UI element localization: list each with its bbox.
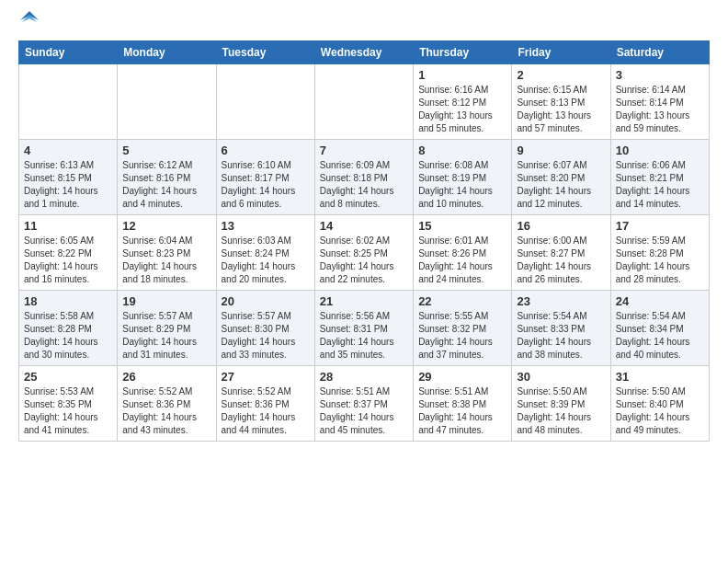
calendar-day-cell: 29Sunrise: 5:51 AMSunset: 8:38 PMDayligh… <box>414 365 512 441</box>
calendar-day-cell: 18Sunrise: 5:58 AMSunset: 8:28 PMDayligh… <box>19 290 118 365</box>
calendar-day-cell: 22Sunrise: 5:55 AMSunset: 8:32 PMDayligh… <box>414 290 512 365</box>
calendar-day-cell: 19Sunrise: 5:57 AMSunset: 8:29 PMDayligh… <box>118 290 216 365</box>
day-number: 12 <box>122 219 210 233</box>
day-info: Sunrise: 6:09 AMSunset: 8:18 PMDaylight:… <box>320 159 408 211</box>
day-info: Sunrise: 6:05 AMSunset: 8:22 PMDaylight:… <box>24 235 112 286</box>
day-number: 2 <box>517 68 605 82</box>
day-info: Sunrise: 6:03 AMSunset: 8:24 PMDaylight:… <box>222 235 310 286</box>
day-number: 1 <box>418 68 506 82</box>
day-of-week-header: Thursday <box>414 40 512 63</box>
day-number: 27 <box>222 370 310 384</box>
day-of-week-header: Wednesday <box>314 40 413 63</box>
day-number: 19 <box>122 294 210 308</box>
day-info: Sunrise: 5:56 AMSunset: 8:31 PMDaylight:… <box>320 310 408 362</box>
day-number: 26 <box>122 370 210 384</box>
day-info: Sunrise: 6:02 AMSunset: 8:25 PMDaylight:… <box>320 235 408 286</box>
day-info: Sunrise: 5:51 AMSunset: 8:37 PMDaylight:… <box>320 385 408 437</box>
calendar-day-cell <box>216 63 314 139</box>
day-number: 20 <box>222 294 310 308</box>
logo <box>18 15 39 33</box>
day-info: Sunrise: 6:13 AMSunset: 8:15 PMDaylight:… <box>24 159 112 211</box>
svg-marker-1 <box>22 15 37 22</box>
calendar-week-row: 11Sunrise: 6:05 AMSunset: 8:22 PMDayligh… <box>19 214 710 290</box>
day-info: Sunrise: 6:07 AMSunset: 8:20 PMDaylight:… <box>517 159 605 211</box>
calendar-day-cell: 31Sunrise: 5:50 AMSunset: 8:40 PMDayligh… <box>610 365 709 441</box>
day-of-week-header: Friday <box>512 40 610 63</box>
calendar-week-row: 18Sunrise: 5:58 AMSunset: 8:28 PMDayligh… <box>19 290 710 365</box>
day-number: 5 <box>122 144 210 157</box>
calendar-day-cell: 28Sunrise: 5:51 AMSunset: 8:37 PMDayligh… <box>314 365 413 441</box>
calendar-day-cell: 12Sunrise: 6:04 AMSunset: 8:23 PMDayligh… <box>118 214 216 290</box>
calendar-week-row: 1Sunrise: 6:16 AMSunset: 8:12 PMDaylight… <box>19 63 710 139</box>
day-number: 13 <box>222 219 310 233</box>
calendar-day-cell <box>19 63 118 139</box>
calendar-day-cell: 20Sunrise: 5:57 AMSunset: 8:30 PMDayligh… <box>216 290 314 365</box>
day-number: 9 <box>517 144 605 157</box>
calendar-day-cell <box>314 63 413 139</box>
calendar-week-row: 25Sunrise: 5:53 AMSunset: 8:35 PMDayligh… <box>19 365 710 441</box>
day-number: 21 <box>320 294 408 308</box>
calendar-day-cell: 1Sunrise: 6:16 AMSunset: 8:12 PMDaylight… <box>414 63 512 139</box>
day-number: 8 <box>418 144 506 157</box>
calendar-day-cell: 9Sunrise: 6:07 AMSunset: 8:20 PMDaylight… <box>512 139 610 214</box>
day-number: 22 <box>418 294 506 308</box>
calendar-day-cell: 23Sunrise: 5:54 AMSunset: 8:33 PMDayligh… <box>512 290 610 365</box>
calendar-day-cell: 25Sunrise: 5:53 AMSunset: 8:35 PMDayligh… <box>19 365 118 441</box>
day-info: Sunrise: 6:12 AMSunset: 8:16 PMDaylight:… <box>122 159 210 211</box>
day-info: Sunrise: 5:55 AMSunset: 8:32 PMDaylight:… <box>418 310 506 362</box>
day-info: Sunrise: 5:53 AMSunset: 8:35 PMDaylight:… <box>24 385 112 437</box>
calendar-day-cell: 8Sunrise: 6:08 AMSunset: 8:19 PMDaylight… <box>414 139 512 214</box>
day-number: 4 <box>24 144 112 157</box>
day-info: Sunrise: 5:50 AMSunset: 8:39 PMDaylight:… <box>517 385 605 437</box>
calendar-day-cell: 21Sunrise: 5:56 AMSunset: 8:31 PMDayligh… <box>314 290 413 365</box>
day-number: 18 <box>24 294 112 308</box>
day-number: 14 <box>320 219 408 233</box>
day-info: Sunrise: 6:10 AMSunset: 8:17 PMDaylight:… <box>222 159 310 211</box>
calendar-day-cell: 6Sunrise: 6:10 AMSunset: 8:17 PMDaylight… <box>216 139 314 214</box>
day-number: 17 <box>616 219 704 233</box>
day-number: 10 <box>616 144 704 157</box>
day-info: Sunrise: 5:51 AMSunset: 8:38 PMDaylight:… <box>418 385 506 437</box>
day-info: Sunrise: 5:57 AMSunset: 8:30 PMDaylight:… <box>222 310 310 362</box>
day-info: Sunrise: 6:08 AMSunset: 8:19 PMDaylight:… <box>418 159 506 211</box>
calendar-day-cell: 16Sunrise: 6:00 AMSunset: 8:27 PMDayligh… <box>512 214 610 290</box>
calendar-day-cell: 10Sunrise: 6:06 AMSunset: 8:21 PMDayligh… <box>610 139 709 214</box>
calendar-day-cell <box>118 63 216 139</box>
day-info: Sunrise: 6:16 AMSunset: 8:12 PMDaylight:… <box>418 84 506 135</box>
calendar-day-cell: 2Sunrise: 6:15 AMSunset: 8:13 PMDaylight… <box>512 63 610 139</box>
day-info: Sunrise: 5:57 AMSunset: 8:29 PMDaylight:… <box>122 310 210 362</box>
calendar-day-cell: 24Sunrise: 5:54 AMSunset: 8:34 PMDayligh… <box>610 290 709 365</box>
day-number: 25 <box>24 370 112 384</box>
day-info: Sunrise: 5:52 AMSunset: 8:36 PMDaylight:… <box>222 385 310 437</box>
day-number: 31 <box>616 370 704 384</box>
day-info: Sunrise: 5:54 AMSunset: 8:34 PMDaylight:… <box>616 310 704 362</box>
day-number: 30 <box>517 370 605 384</box>
day-number: 6 <box>222 144 310 157</box>
calendar-day-cell: 15Sunrise: 6:01 AMSunset: 8:26 PMDayligh… <box>414 214 512 290</box>
day-number: 15 <box>418 219 506 233</box>
day-number: 28 <box>320 370 408 384</box>
day-info: Sunrise: 5:59 AMSunset: 8:28 PMDaylight:… <box>616 235 704 286</box>
day-number: 16 <box>517 219 605 233</box>
day-info: Sunrise: 6:01 AMSunset: 8:26 PMDaylight:… <box>418 235 506 286</box>
calendar-day-cell: 26Sunrise: 5:52 AMSunset: 8:36 PMDayligh… <box>118 365 216 441</box>
calendar-day-cell: 5Sunrise: 6:12 AMSunset: 8:16 PMDaylight… <box>118 139 216 214</box>
day-info: Sunrise: 5:50 AMSunset: 8:40 PMDaylight:… <box>616 385 704 437</box>
day-number: 24 <box>616 294 704 308</box>
calendar-day-cell: 11Sunrise: 6:05 AMSunset: 8:22 PMDayligh… <box>19 214 118 290</box>
day-of-week-header: Sunday <box>19 40 118 63</box>
calendar-table: SundayMondayTuesdayWednesdayThursdayFrid… <box>18 40 710 442</box>
day-info: Sunrise: 5:54 AMSunset: 8:33 PMDaylight:… <box>517 310 605 362</box>
day-info: Sunrise: 5:52 AMSunset: 8:36 PMDaylight:… <box>122 385 210 437</box>
calendar-day-cell: 4Sunrise: 6:13 AMSunset: 8:15 PMDaylight… <box>19 139 118 214</box>
day-of-week-header: Tuesday <box>216 40 314 63</box>
logo-icon <box>20 11 39 29</box>
day-info: Sunrise: 6:00 AMSunset: 8:27 PMDaylight:… <box>517 235 605 286</box>
day-info: Sunrise: 6:14 AMSunset: 8:14 PMDaylight:… <box>616 84 704 135</box>
day-number: 29 <box>418 370 506 384</box>
calendar-header-row: SundayMondayTuesdayWednesdayThursdayFrid… <box>19 40 710 63</box>
day-info: Sunrise: 6:15 AMSunset: 8:13 PMDaylight:… <box>517 84 605 135</box>
day-number: 3 <box>616 68 704 82</box>
day-number: 7 <box>320 144 408 157</box>
day-of-week-header: Monday <box>118 40 216 63</box>
